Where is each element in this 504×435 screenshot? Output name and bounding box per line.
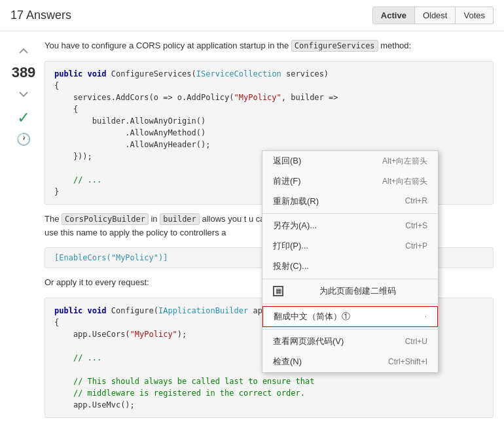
vote-count: 389 [12,65,36,80]
para1-text2: in [151,214,157,224]
ctx-forward-label: 前进(F) [273,175,301,188]
vote-column: 389 ✓ 🕐 [10,39,37,418]
sort-buttons-group: Active Oldest Votes [372,7,494,24]
ctx-divider-3 [262,304,438,304]
ctx-print-label: 打印(P)... [273,239,308,253]
ctx-inspect-label: 检查(N) [273,355,302,369]
ctx-translate-label: 翻成中文（简体）① [274,310,350,324]
para1-text1: The [45,214,59,224]
ctx-back-shortcut: Alt+向左箭头 [382,155,427,167]
ctx-view-source[interactable]: 查看网页源代码(V) Ctrl+U [262,332,438,352]
ctx-back-label: 返回(B) [273,154,301,168]
context-menu: 返回(B) Alt+向左箭头 前进(F) Alt+向右箭头 重新加载(R) Ct… [262,150,439,373]
ctx-reload[interactable]: 重新加载(R) Ctrl+R [262,192,438,212]
answers-header: 17 Answers Active Oldest Votes [0,0,504,31]
small-code-text: [EnableCors("MyPolicy")] [54,253,168,262]
ctx-view-source-shortcut: Ctrl+U [405,336,427,348]
para1-code2: builder [160,213,200,225]
sort-votes-button[interactable]: Votes [456,7,494,24]
ctx-back[interactable]: 返回(B) Alt+向左箭头 [262,151,438,171]
para1-code1: CorsPolicyBuilder [62,213,149,225]
ctx-divider-4 [262,329,438,330]
ctx-forward-shortcut: Alt+向右箭头 [382,175,427,188]
ctx-qrcode-icon: ▦ [273,286,283,296]
ctx-translate[interactable]: 翻成中文（简体）① · [262,306,438,328]
ctx-print[interactable]: 打印(P)... Ctrl+P [262,236,438,256]
ctx-save-as-shortcut: Ctrl+S [405,220,427,232]
accepted-checkmark-icon[interactable]: ✓ [17,109,30,127]
ctx-qrcode[interactable]: ▦ 为此页面创建二维码 [262,281,438,302]
sort-active-button[interactable]: Active [372,7,415,24]
ctx-print-shortcut: Ctrl+P [405,240,427,252]
ctx-inspect[interactable]: 检查(N) Ctrl+Shift+I [262,352,438,372]
ctx-cast[interactable]: 投射(C)... [262,256,438,277]
intro-text1: You have to configure a CORS policy at a… [45,41,289,50]
vote-down-button[interactable] [12,82,35,106]
para1-text3: allows you t [202,214,246,224]
ctx-save-as-label: 另存为(A)... [273,219,317,233]
intro-paragraph: You have to configure a CORS policy at a… [45,39,494,53]
ctx-view-source-label: 查看网页源代码(V) [273,335,344,349]
answers-count: 17 Answers [10,9,71,22]
ctx-cast-label: 投射(C)... [273,260,309,273]
ctx-divider-2 [262,279,438,279]
intro-text2: method: [380,41,411,50]
history-icon[interactable]: 🕐 [16,132,31,147]
ctx-translate-shortcut: · [425,310,427,322]
ctx-forward[interactable]: 前进(F) Alt+向右箭头 [262,171,438,192]
ctx-inspect-shortcut: Ctrl+Shift+I [388,356,427,368]
para1-text5: use this name to apply the policy to con… [45,228,226,237]
vote-up-button[interactable] [12,39,35,63]
ctx-qrcode-label: 为此页面创建二维码 [319,285,396,298]
ctx-save-as[interactable]: 另存为(A)... Ctrl+S [262,216,438,236]
ctx-reload-label: 重新加载(R) [273,195,319,209]
sort-oldest-button[interactable]: Oldest [415,7,456,24]
ctx-reload-shortcut: Ctrl+R [405,195,427,207]
intro-inline-code: ConfigureServices [291,40,378,52]
ctx-divider-1 [262,213,438,214]
